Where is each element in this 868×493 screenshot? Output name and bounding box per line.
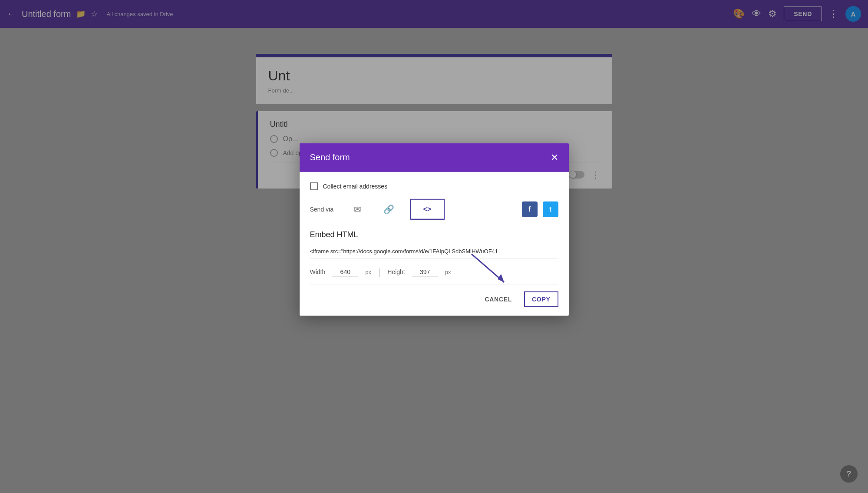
modal-title: Send form <box>310 152 350 162</box>
embed-html-label: Embed HTML <box>310 230 558 239</box>
modal-close-button[interactable]: ✕ <box>551 152 558 163</box>
send-form-modal: Send form ✕ Collect email addresses Send… <box>300 143 569 315</box>
height-input[interactable] <box>412 267 438 276</box>
modal-header: Send form ✕ <box>300 143 569 172</box>
height-label: Height <box>387 268 405 275</box>
send-via-row: Send via ✉ 🔗 <> f t <box>310 199 558 219</box>
height-px: px <box>445 268 451 275</box>
social-row: f t <box>522 201 558 217</box>
send-via-email-button[interactable]: ✉ <box>347 199 368 219</box>
send-via-link-button[interactable]: 🔗 <box>379 199 399 219</box>
send-via-embed-button[interactable]: <> <box>410 199 445 219</box>
collect-email-checkbox[interactable] <box>310 182 318 190</box>
send-via-label: Send via <box>310 205 333 212</box>
embed-code-input[interactable] <box>310 244 558 258</box>
modal-actions: CANCEL COPY <box>310 284 558 307</box>
twitter-share-button[interactable]: t <box>543 201 558 217</box>
facebook-share-button[interactable]: f <box>522 201 538 217</box>
dimension-divider: | <box>378 267 380 277</box>
width-label: Width <box>310 268 326 275</box>
width-input[interactable] <box>332 267 358 276</box>
cancel-button[interactable]: CANCEL <box>478 292 519 306</box>
copy-button[interactable]: COPY <box>524 291 558 307</box>
modal-body: Collect email addresses Send via ✉ 🔗 <> … <box>300 172 569 315</box>
width-px: px <box>365 268 371 275</box>
collect-email-label: Collect email addresses <box>323 182 388 189</box>
dimensions-row: Width px | Height px <box>310 267 558 284</box>
collect-email-row: Collect email addresses <box>310 182 558 190</box>
